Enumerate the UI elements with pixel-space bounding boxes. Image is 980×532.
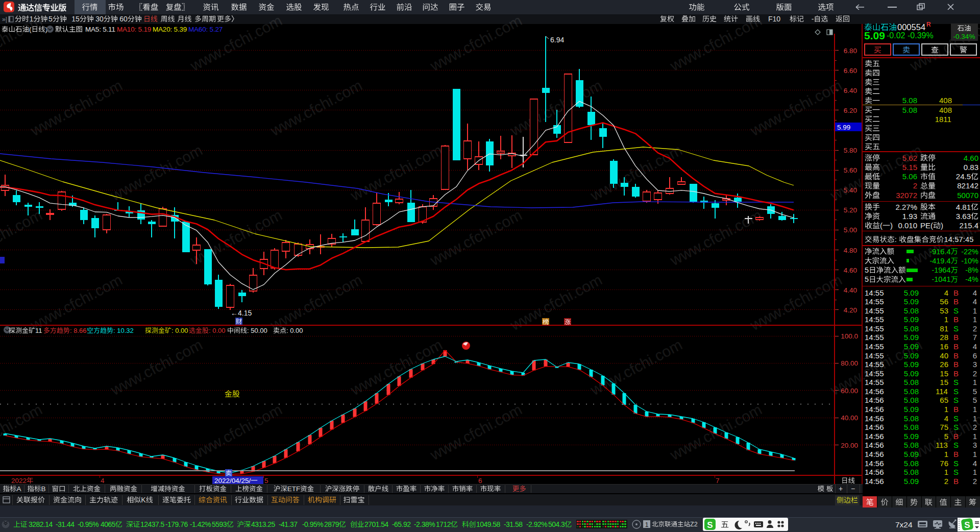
svg-text:B: B <box>953 432 959 441</box>
svg-text:MA5: 5.11: MA5: 5.11 <box>85 26 115 33</box>
svg-text:3: 3 <box>973 360 977 369</box>
svg-text:-41.37: -41.37 <box>279 520 298 528</box>
svg-text:4: 4 <box>973 297 977 306</box>
svg-text:215.4: 215.4 <box>959 221 978 230</box>
svg-text:B: B <box>953 450 959 458</box>
svg-text:65: 65 <box>940 396 948 404</box>
svg-text:-0.39%: -0.39% <box>908 31 934 40</box>
svg-text:-: - <box>812 15 814 23</box>
svg-text:5.40: 5.40 <box>844 186 857 194</box>
svg-text:-1964: -1964 <box>932 266 950 274</box>
svg-text:5.62: 5.62 <box>902 154 917 162</box>
svg-text:14:55: 14:55 <box>865 324 884 333</box>
svg-text:5.08: 5.08 <box>904 468 919 476</box>
svg-text:4313.25: 4313.25 <box>251 520 276 528</box>
svg-text:7x24: 7x24 <box>895 520 913 529</box>
svg-text:»|: »| <box>2 16 7 23</box>
svg-text:B: B <box>953 342 959 351</box>
svg-text:6.94: 6.94 <box>550 36 564 44</box>
svg-text:75: 75 <box>940 423 948 431</box>
svg-text:408: 408 <box>939 96 952 105</box>
svg-text:1: 1 <box>973 306 977 315</box>
svg-text:1: 1 <box>973 315 977 324</box>
svg-text:5.09: 5.09 <box>904 432 919 441</box>
svg-text:MA60: 5.27: MA60: 5.27 <box>188 26 223 33</box>
svg-text:-916.4: -916.4 <box>929 248 950 256</box>
svg-text:S: S <box>953 468 959 476</box>
svg-text:-0.95%: -0.95% <box>78 520 99 528</box>
svg-text:28: 28 <box>940 333 948 342</box>
svg-text:1: 1 <box>973 450 977 458</box>
svg-text:: 10.32: : 10.32 <box>113 327 134 334</box>
svg-text:B: B <box>953 315 959 324</box>
svg-text:2: 2 <box>913 181 917 190</box>
svg-text:14:56: 14:56 <box>865 387 884 396</box>
svg-text:−: − <box>851 485 855 493</box>
svg-text:5.08: 5.08 <box>904 378 919 386</box>
svg-text:: 0.00: : 0.00 <box>209 327 226 334</box>
svg-text:5.08: 5.08 <box>902 96 917 105</box>
svg-text:4: 4 <box>944 414 948 423</box>
svg-text:1: 1 <box>973 414 977 423</box>
svg-text:S: S <box>953 423 959 431</box>
svg-text:5.08: 5.08 <box>902 106 917 114</box>
svg-text:5: 5 <box>865 275 869 283</box>
svg-text:-2.92%: -2.92% <box>526 520 547 528</box>
svg-text:3: 3 <box>973 441 977 449</box>
svg-text:5.09: 5.09 <box>904 360 919 369</box>
svg-text:(: ( <box>29 26 32 33</box>
svg-text:2: 2 <box>973 477 977 486</box>
svg-text:ETF: ETF <box>287 485 301 493</box>
svg-text:←4.15: ←4.15 <box>231 309 252 317</box>
svg-text:81: 81 <box>940 324 948 333</box>
svg-text:B: B <box>953 405 959 414</box>
svg-text:6: 6 <box>973 351 977 360</box>
svg-text:76: 76 <box>940 459 948 468</box>
svg-text:): ) <box>941 221 943 230</box>
svg-text:S: S <box>953 396 959 404</box>
svg-text:16: 16 <box>940 342 948 351</box>
svg-text:3282.14: 3282.14 <box>29 520 53 528</box>
svg-text:56: 56 <box>940 297 948 306</box>
svg-text:5.08: 5.08 <box>904 306 919 315</box>
svg-text:5.09: 5.09 <box>904 477 919 486</box>
svg-text:5.09: 5.09 <box>904 315 919 324</box>
svg-text:14:55: 14:55 <box>865 342 884 351</box>
svg-text:5.80: 5.80 <box>844 147 857 154</box>
svg-text:F10: F10 <box>768 15 780 23</box>
svg-text:14:55: 14:55 <box>865 369 884 378</box>
svg-text:-8%: -8% <box>965 266 978 274</box>
svg-text:5.09: 5.09 <box>864 30 885 41</box>
svg-text:5: 5 <box>973 387 977 396</box>
svg-text:S: S <box>953 378 959 386</box>
svg-text:5.00: 5.00 <box>844 226 857 234</box>
svg-text:20.00: 20.00 <box>841 442 858 449</box>
svg-text:1: 1 <box>973 378 977 386</box>
svg-text:B: B <box>953 333 959 342</box>
svg-text:A: A <box>16 485 21 493</box>
svg-text:: 0.00: : 0.00 <box>172 327 188 334</box>
svg-text:6: 6 <box>478 477 482 485</box>
svg-text:5.09: 5.09 <box>904 288 919 297</box>
svg-text:5.60: 5.60 <box>844 166 857 174</box>
svg-text:5.08: 5.08 <box>904 414 919 423</box>
svg-text:5.06: 5.06 <box>902 172 917 181</box>
svg-text:1049.58: 1049.58 <box>476 520 501 528</box>
svg-text:-419.4: -419.4 <box>929 257 950 265</box>
svg-text:5.09: 5.09 <box>904 405 919 414</box>
svg-text:5: 5 <box>865 266 869 274</box>
svg-text:14:56: 14:56 <box>865 423 884 431</box>
svg-text:S: S <box>707 520 713 530</box>
svg-text:32072: 32072 <box>896 191 917 200</box>
svg-text:4.20: 4.20 <box>844 306 857 314</box>
svg-text:0.010: 0.010 <box>898 221 917 230</box>
svg-text:1: 1 <box>944 450 948 458</box>
svg-text:S: S <box>953 459 959 468</box>
svg-text:-0.02: -0.02 <box>887 31 905 40</box>
svg-text:15: 15 <box>71 15 80 23</box>
svg-text:14:55: 14:55 <box>865 288 884 297</box>
svg-text:14:55: 14:55 <box>865 297 884 306</box>
svg-text:5: 5 <box>48 15 53 23</box>
svg-text:50070: 50070 <box>957 191 978 200</box>
svg-text:: 8.66: : 8.66 <box>70 327 87 334</box>
